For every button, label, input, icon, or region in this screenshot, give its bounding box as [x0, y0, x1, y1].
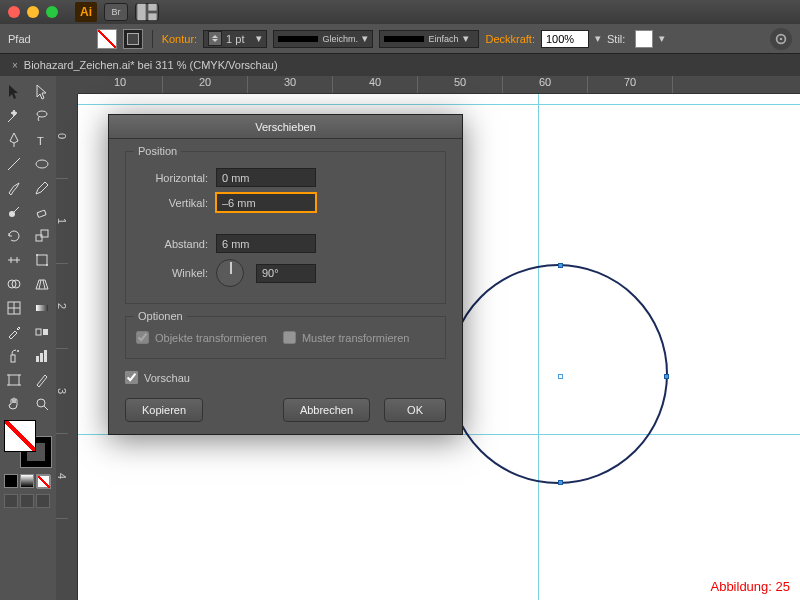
svg-line-7 [8, 158, 20, 170]
zoom-tool[interactable] [28, 392, 56, 416]
transform-patterns-checkbox[interactable]: Muster transformieren [283, 331, 410, 344]
width-tool[interactable] [0, 248, 28, 272]
shape-builder-tool[interactable] [0, 272, 28, 296]
stepper-icon[interactable] [208, 31, 222, 46]
svg-point-28 [37, 399, 45, 407]
titlebar: Ai Br [0, 0, 800, 24]
type-tool[interactable]: T [28, 128, 56, 152]
ellipse-tool[interactable] [28, 152, 56, 176]
svg-rect-19 [36, 305, 48, 311]
transform-objects-checkbox[interactable]: Objekte transformieren [136, 331, 267, 344]
magic-wand-tool[interactable] [0, 104, 28, 128]
horizontal-guide[interactable] [78, 104, 800, 105]
lasso-tool[interactable] [28, 104, 56, 128]
fill-box[interactable] [4, 420, 36, 452]
stroke-weight-dropdown[interactable]: 1 pt▾ [203, 30, 267, 48]
ok-button[interactable]: OK [384, 398, 446, 422]
copy-button[interactable]: Kopieren [125, 398, 203, 422]
opacity-label[interactable]: Deckkraft: [485, 33, 535, 45]
blend-tool[interactable] [28, 320, 56, 344]
circle-path[interactable] [448, 264, 668, 484]
pen-tool[interactable] [0, 128, 28, 152]
document-tab[interactable]: × Biohazard_Zeichen.ai* bei 311 % (CMYK/… [0, 54, 800, 76]
svg-rect-21 [43, 329, 48, 335]
stroke-swatch[interactable] [123, 29, 143, 49]
svg-text:T: T [37, 135, 44, 147]
solid-color-icon[interactable] [4, 474, 18, 488]
fill-stroke-indicator[interactable] [4, 420, 52, 468]
style-swatch[interactable] [635, 30, 653, 48]
blob-brush-tool[interactable] [0, 200, 28, 224]
zoom-traffic-light[interactable] [46, 6, 58, 18]
artboard-tool[interactable] [0, 368, 28, 392]
graph-tool[interactable] [28, 344, 56, 368]
rotate-tool[interactable] [0, 224, 28, 248]
preview-checkbox[interactable]: Vorschau [125, 371, 446, 384]
gradient-tool[interactable] [28, 296, 56, 320]
gear-icon[interactable] [770, 28, 792, 50]
svg-line-29 [44, 406, 48, 410]
svg-rect-2 [148, 13, 156, 20]
svg-rect-22 [11, 355, 15, 362]
stroke-weight-value: 1 pt [226, 33, 244, 45]
svg-point-23 [17, 350, 19, 352]
join-dropdown[interactable]: Einfach▾ [379, 30, 479, 48]
horizontal-ruler[interactable]: 10203040506070 [78, 76, 800, 94]
selection-tool[interactable] [0, 80, 28, 104]
opacity-input[interactable]: 100% [541, 30, 589, 48]
line-tool[interactable] [0, 152, 28, 176]
style-label: Stil: [607, 33, 625, 45]
vertical-ruler[interactable]: 01234 [56, 94, 78, 600]
eyedropper-tool[interactable] [0, 320, 28, 344]
svg-rect-25 [40, 353, 43, 362]
stroke-preview-icon [278, 36, 318, 42]
close-traffic-light[interactable] [8, 6, 20, 18]
svg-point-15 [46, 264, 48, 266]
distance-input[interactable]: 6 mm [216, 234, 316, 253]
slice-tool[interactable] [28, 368, 56, 392]
fill-swatch[interactable] [97, 29, 117, 49]
anchor-point[interactable] [558, 263, 563, 268]
free-transform-tool[interactable] [28, 248, 56, 272]
workspace-button[interactable] [135, 3, 159, 21]
svg-rect-10 [37, 210, 46, 217]
pencil-tool[interactable] [28, 176, 56, 200]
close-tab-icon[interactable]: × [12, 60, 18, 71]
horizontal-input[interactable]: 0 mm [216, 168, 316, 187]
anchor-point[interactable] [558, 480, 563, 485]
svg-rect-20 [36, 329, 41, 335]
angle-knob[interactable] [216, 259, 244, 287]
hand-tool[interactable] [0, 392, 28, 416]
svg-rect-26 [44, 350, 47, 362]
gradient-icon[interactable] [20, 474, 34, 488]
none-icon[interactable] [36, 474, 50, 488]
eraser-tool[interactable] [28, 200, 56, 224]
svg-point-5 [37, 111, 47, 117]
angle-input[interactable]: 90° [256, 264, 316, 283]
perspective-tool[interactable] [28, 272, 56, 296]
draw-inside-icon[interactable] [36, 494, 50, 508]
brush-tool[interactable] [0, 176, 28, 200]
options-legend: Optionen [134, 310, 187, 322]
horizontal-label: Horizontal: [136, 172, 208, 184]
center-point[interactable] [558, 374, 563, 379]
draw-behind-icon[interactable] [20, 494, 34, 508]
cap-dropdown[interactable]: Gleichm.▾ [273, 30, 373, 48]
stroke-label[interactable]: Kontur: [162, 33, 197, 45]
direct-selection-tool[interactable] [28, 80, 56, 104]
scale-tool[interactable] [28, 224, 56, 248]
anchor-point[interactable] [664, 374, 669, 379]
app-logo-icon: Ai [75, 2, 97, 22]
svg-rect-1 [148, 4, 156, 11]
svg-point-4 [780, 37, 783, 40]
minimize-traffic-light[interactable] [27, 6, 39, 18]
svg-rect-0 [137, 4, 145, 21]
bridge-button[interactable]: Br [104, 3, 128, 21]
mesh-tool[interactable] [0, 296, 28, 320]
toolbox: T [0, 76, 56, 600]
cancel-button[interactable]: Abbrechen [283, 398, 370, 422]
svg-rect-24 [36, 356, 39, 362]
symbol-sprayer-tool[interactable] [0, 344, 28, 368]
draw-normal-icon[interactable] [4, 494, 18, 508]
vertical-input[interactable]: –6 mm [216, 193, 316, 212]
